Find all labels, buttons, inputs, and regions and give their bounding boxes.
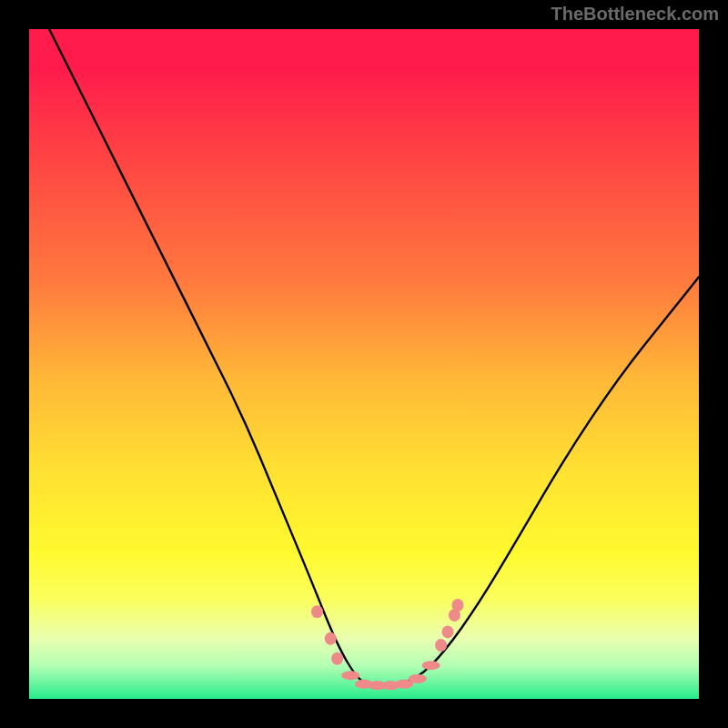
highlight-marker xyxy=(325,632,337,645)
highlight-marker xyxy=(409,674,427,683)
highlight-marker xyxy=(452,599,464,612)
chart-frame: TheBottleneck.com xyxy=(0,0,728,728)
highlight-marker xyxy=(435,639,447,652)
highlight-marker xyxy=(331,652,343,665)
watermark-text: TheBottleneck.com xyxy=(551,4,719,25)
curve-svg xyxy=(29,29,699,699)
highlight-marker xyxy=(311,605,323,618)
highlight-marker xyxy=(341,671,359,680)
marker-group xyxy=(311,599,464,690)
bottleneck-curve xyxy=(49,29,699,685)
highlight-marker xyxy=(442,625,454,638)
highlight-marker xyxy=(422,661,440,670)
plot-area xyxy=(29,29,699,699)
